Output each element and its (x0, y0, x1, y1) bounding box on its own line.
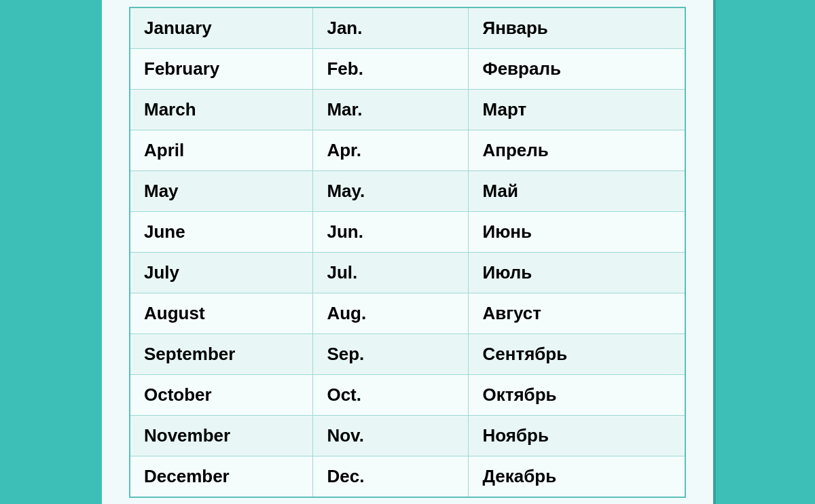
month-russian: Май (469, 170, 685, 211)
month-abbreviation: Sep. (313, 334, 469, 374)
month-abbreviation: Mar. (313, 89, 469, 130)
table-row: MayMay.Май (130, 170, 685, 211)
months-table: JanuaryJan.ЯнварьFebruaryFeb.ФевральMarc… (129, 7, 686, 498)
month-english: June (130, 211, 313, 252)
month-abbreviation: Oct. (313, 374, 469, 415)
table-row: DecemberDec.Декабрь (130, 456, 685, 497)
table-row: JulyJul.Июль (130, 252, 685, 293)
table-row: FebruaryFeb.Февраль (130, 48, 685, 89)
month-abbreviation: Dec. (313, 456, 469, 497)
month-english: October (130, 374, 313, 415)
month-russian: Декабрь (469, 456, 685, 497)
month-russian: Октябрь (469, 374, 685, 415)
table-row: SeptemberSep.Сентябрь (130, 334, 685, 374)
month-abbreviation: Jul. (313, 252, 469, 293)
month-abbreviation: Jun. (313, 211, 469, 252)
month-abbreviation: Feb. (313, 48, 469, 89)
table-row: JuneJun.Июнь (130, 211, 685, 252)
month-english: March (130, 89, 313, 130)
month-abbreviation: May. (313, 170, 469, 211)
table-row: JanuaryJan.Январь (130, 7, 685, 49)
month-english: April (130, 130, 313, 170)
month-russian: Ноябрь (469, 415, 685, 456)
month-english: February (130, 48, 313, 89)
month-russian: Сентябрь (469, 334, 685, 374)
table-row: AprilApr.Апрель (130, 130, 685, 170)
month-english: July (130, 252, 313, 293)
month-russian: Июнь (469, 211, 685, 252)
month-russian: Январь (469, 7, 685, 49)
month-russian: Август (469, 293, 685, 334)
month-abbreviation: Nov. (313, 415, 469, 456)
table-row: MarchMar.Март (130, 89, 685, 130)
month-abbreviation: Jan. (313, 7, 469, 49)
table-row: NovemberNov.Ноябрь (130, 415, 685, 456)
month-russian: Июль (469, 252, 685, 293)
month-russian: Апрель (469, 130, 685, 170)
month-english: September (130, 334, 313, 374)
month-english: May (130, 170, 313, 211)
month-english: January (130, 7, 313, 49)
month-abbreviation: Apr. (313, 130, 469, 170)
month-english: August (130, 293, 313, 334)
month-russian: Февраль (469, 48, 685, 89)
month-english: November (130, 415, 313, 456)
month-russian: Март (469, 89, 685, 130)
month-english: December (130, 456, 313, 497)
months-card: JanuaryJan.ЯнварьFebruaryFeb.ФевральMarc… (102, 0, 713, 504)
table-row: OctoberOct.Октябрь (130, 374, 685, 415)
month-abbreviation: Aug. (313, 293, 469, 334)
table-row: AugustAug.Август (130, 293, 685, 334)
